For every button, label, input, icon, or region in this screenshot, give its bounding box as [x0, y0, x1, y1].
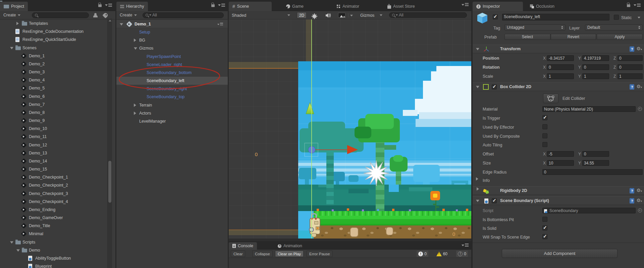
edge-radius-field[interactable]: 0 [542, 169, 643, 175]
collapse-arrow-icon[interactable] [134, 48, 137, 50]
used-by-effector-checkbox[interactable] [542, 124, 547, 129]
shading-mode-dropdown[interactable]: Shaded [229, 12, 292, 18]
project-item[interactable]: Demo_Checkpoint_3 [0, 190, 115, 198]
label-tag-icon[interactable] [102, 12, 108, 18]
scene-menu-icon[interactable] [217, 23, 223, 25]
hierarchy-item[interactable]: BG [116, 36, 228, 44]
panel-menu-icon[interactable] [462, 244, 469, 247]
project-item[interactable]: RexEngine_CodeDocumentation [0, 27, 115, 36]
prefab-select-button[interactable]: Select [504, 34, 550, 40]
object-picker-icon[interactable] [638, 208, 642, 212]
audio-toggle-icon[interactable] [325, 13, 331, 18]
expand-arrow-icon[interactable] [16, 22, 19, 25]
help-icon[interactable]: ? [630, 46, 634, 52]
error-pause-button[interactable]: Error Pause [307, 251, 332, 257]
effects-toggle-icon[interactable] [338, 13, 345, 18]
project-item[interactable]: Demo_14 [0, 157, 115, 165]
hierarchy-scene-row[interactable]: Demo_1 [116, 20, 228, 28]
gear-icon[interactable]: ⚙▾ [636, 46, 642, 52]
collapse-arrow-icon[interactable] [10, 47, 13, 49]
project-item[interactable]: Templates [0, 19, 115, 27]
effects-dropdown-icon[interactable] [350, 15, 353, 16]
size-x-field[interactable]: 10 [547, 160, 574, 166]
2d-toggle-button[interactable]: 2D [297, 12, 307, 18]
hierarchy-item[interactable]: SceneBoundary_bottom [116, 69, 228, 77]
project-item[interactable]: Demo_9 [0, 117, 115, 125]
static-dropdown-icon[interactable] [638, 17, 640, 18]
project-scrollbar[interactable] [107, 18, 112, 268]
is-bottomless-pit-checkbox[interactable] [542, 217, 547, 222]
scale-x-field[interactable]: 1 [547, 73, 574, 79]
collapse-arrow-icon[interactable] [10, 241, 13, 244]
clear-button[interactable]: Clear [231, 251, 245, 257]
rotation-y-field[interactable]: 0 [582, 64, 609, 70]
is-solid-checkbox[interactable] [542, 225, 547, 230]
project-item[interactable]: Demo_Checkpoint_1 [0, 173, 115, 181]
used-by-composite-checkbox[interactable] [542, 133, 547, 138]
tab-inspector[interactable]: i Inspector [473, 2, 523, 11]
project-item[interactable]: Scenes [0, 44, 115, 52]
collapse-arrow-icon[interactable] [16, 249, 20, 252]
position-z-field[interactable]: 0 [618, 55, 643, 61]
gear-icon[interactable]: ⚙▾ [636, 188, 642, 194]
tab-project[interactable]: Project [0, 2, 28, 11]
project-item[interactable]: Demo_GameOver [0, 214, 115, 222]
auto-tiling-checkbox[interactable] [542, 142, 547, 147]
info-count-badge[interactable]: !0 [456, 251, 468, 257]
gear-icon[interactable]: ⚙▾ [636, 84, 642, 90]
object-picker-icon[interactable] [638, 107, 642, 111]
panel-menu-icon[interactable] [634, 4, 641, 7]
lock-icon[interactable] [211, 4, 215, 7]
lock-icon[interactable] [98, 4, 102, 7]
prefab-revert-button[interactable]: Revert [551, 34, 596, 40]
warning-count-badge[interactable]: 60 [435, 251, 449, 257]
position-y-field[interactable]: 4.197319 [582, 55, 609, 61]
project-item[interactable]: Demo_2 [0, 60, 115, 68]
project-item[interactable]: Demo_Title [0, 222, 115, 230]
rotation-z-field[interactable]: 0 [618, 64, 643, 70]
scale-y-field[interactable]: 1 [582, 73, 609, 79]
help-icon[interactable]: ? [630, 188, 634, 193]
collapse-arrow-icon[interactable] [120, 23, 123, 25]
position-x-field[interactable]: -8.34157 [547, 55, 574, 61]
offset-y-field[interactable]: 0 [582, 151, 609, 157]
tab-game[interactable]: Game [282, 2, 307, 11]
hierarchy-item[interactable]: Actors [116, 109, 228, 117]
project-item[interactable]: Demo_13 [0, 149, 115, 157]
expand-arrow-icon[interactable] [134, 39, 136, 42]
rotation-x-field[interactable]: 0 [547, 64, 574, 70]
tab-console[interactable]: Console [229, 242, 257, 250]
panel-menu-icon[interactable] [218, 4, 225, 7]
hierarchy-item[interactable]: SceneBoundary_left [116, 77, 228, 85]
hierarchy-item[interactable]: Gizmos [116, 44, 228, 52]
scrollbar-thumb[interactable] [108, 161, 111, 203]
project-item[interactable]: RexEngine_QuickStartGuide [0, 36, 115, 44]
will-snap-checkbox[interactable] [542, 234, 547, 239]
hierarchy-item[interactable]: SceneBoundary_right [116, 85, 228, 93]
project-item[interactable]: Demo_8 [0, 109, 115, 117]
project-item[interactable]: AbilityToggleButton [0, 254, 115, 262]
layer-dropdown[interactable]: Default [585, 24, 643, 30]
hierarchy-item[interactable]: PlayerSpawnPoint [116, 53, 228, 61]
name-field[interactable]: SceneBoundary_left [502, 14, 609, 20]
is-trigger-checkbox[interactable] [542, 115, 547, 120]
add-component-button[interactable]: Add Component [502, 249, 618, 258]
material-field[interactable]: None (Physics Material 2D) [542, 106, 636, 112]
project-item[interactable]: Demo_Ending [0, 206, 115, 214]
hierarchy-item[interactable]: SceneBoundary_top [116, 93, 228, 101]
expand-arrow-icon[interactable] [134, 104, 136, 107]
panel-menu-icon[interactable] [105, 4, 112, 7]
transform-header[interactable]: Transform ?⚙▾ [473, 45, 644, 53]
lighting-toggle-icon[interactable] [313, 14, 316, 18]
script-field[interactable]: SceneBoundary [542, 208, 636, 213]
project-item[interactable]: Demo_4 [0, 76, 115, 84]
gizmos-dropdown[interactable]: Gizmos [358, 12, 385, 18]
offset-x-field[interactable]: -5 [547, 151, 574, 157]
lock-icon[interactable] [627, 4, 630, 7]
project-search-input[interactable] [32, 12, 89, 18]
project-item[interactable]: Minimal [0, 230, 115, 238]
collider-enabled-checkbox[interactable] [492, 84, 497, 89]
prefab-apply-button[interactable]: Apply [597, 34, 643, 40]
tag-dropdown[interactable]: Untagged [504, 24, 566, 30]
tab-occlusion[interactable]: Occlusion [526, 2, 558, 11]
